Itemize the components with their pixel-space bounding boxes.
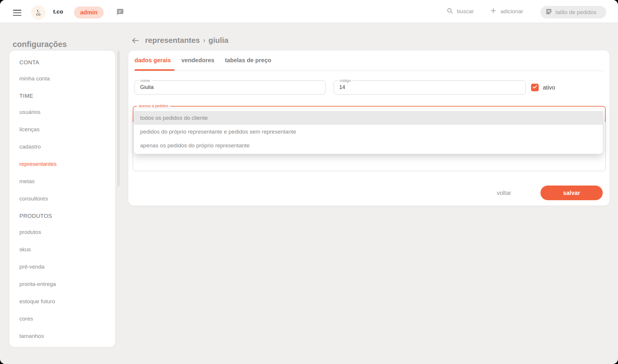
- order-pad-button[interactable]: talão de pedidos: [540, 6, 606, 18]
- code-field-value: 14: [339, 81, 345, 94]
- orders-access-label: acesso a pedidos: [137, 103, 170, 108]
- sidebar-item-produtos[interactable]: produtos: [19, 228, 115, 237]
- breadcrumb-parent[interactable]: representantes: [145, 36, 200, 45]
- brand-avatar[interactable]: t. co: [31, 5, 46, 20]
- chat-icon[interactable]: [116, 8, 124, 16]
- sidebar-item-skus[interactable]: skus: [19, 245, 115, 254]
- tab-tabelas-de-preco[interactable]: tabelas de preço: [225, 57, 271, 64]
- active-checkbox-label: ativo: [543, 84, 555, 91]
- add-button[interactable]: adicionar: [490, 0, 523, 23]
- tab-divider: [135, 70, 603, 71]
- representative-form-card: dados gerais vendedores tabelas de preço…: [128, 50, 609, 205]
- sidebar-item-licencas[interactable]: licenças: [19, 125, 115, 134]
- search-icon: [446, 7, 453, 16]
- code-field[interactable]: código 14: [334, 80, 526, 95]
- plus-icon: [490, 7, 497, 16]
- tab-dados-gerais[interactable]: dados gerais: [135, 57, 171, 64]
- sidebar-section-conta: CONTA: [19, 58, 115, 67]
- sidebar-item-minha-conta[interactable]: minha conta: [19, 74, 115, 83]
- dropdown-option-apenas-proprio[interactable]: apenas os pedidos do próprio representan…: [134, 139, 603, 152]
- breadcrumb-current: giulia: [209, 36, 229, 45]
- add-label: adicionar: [501, 8, 523, 15]
- sidebar-item-cores[interactable]: cores: [19, 314, 115, 323]
- settings-title: configurações: [13, 40, 67, 49]
- sidebar-item-pronta-entrega[interactable]: pronta-entrega: [19, 280, 115, 289]
- dropdown-option-proprio-e-sem[interactable]: pedidos do próprio representante e pedid…: [134, 125, 603, 139]
- back-arrow-icon[interactable]: [131, 36, 140, 45]
- tab-vendedores[interactable]: vendedores: [181, 57, 214, 64]
- role-badge: admin: [74, 6, 104, 18]
- sidebar-item-representantes[interactable]: representantes: [19, 160, 115, 168]
- orders-access-dropdown: todos os pedidos do cliente pedidos do p…: [134, 109, 603, 154]
- sidebar-item-estoque-futuro[interactable]: estoque futuro: [19, 297, 115, 306]
- sidebar-item-metas[interactable]: metas: [19, 177, 115, 186]
- settings-sidebar: CONTA minha conta TIME usuários licenças…: [9, 51, 115, 347]
- name-field[interactable]: nome Giulia: [135, 80, 325, 95]
- brand-avatar-line2: co: [36, 13, 41, 16]
- sidebar-section-produtos: PRODUTOS: [19, 212, 115, 220]
- sidebar-item-consultores[interactable]: consultores: [19, 194, 115, 203]
- sidebar-item-pre-venda[interactable]: pré-venda: [19, 262, 115, 271]
- sidebar-scrollbar[interactable]: [117, 51, 120, 186]
- hamburger-menu-icon[interactable]: [13, 10, 21, 16]
- search-label: buscar: [457, 8, 474, 15]
- active-tab-indicator: [135, 69, 174, 71]
- active-checkbox[interactable]: [531, 84, 539, 91]
- check-icon: [532, 84, 538, 91]
- topbar: t. co t.co admin buscar: [0, 0, 618, 23]
- breadcrumb-separator-icon: ›: [203, 37, 205, 44]
- sidebar-section-time: TIME: [19, 92, 115, 100]
- order-pad-label: talão de pedidos: [555, 9, 596, 16]
- name-field-value: Giulia: [140, 81, 154, 94]
- breadcrumb: representantes › giulia: [131, 36, 229, 45]
- brand-name: t.co: [53, 9, 63, 15]
- dropdown-option-todos[interactable]: todos os pedidos do cliente: [134, 111, 603, 125]
- screen: t. co t.co admin buscar: [0, 0, 618, 364]
- sidebar-item-usuarios[interactable]: usuários: [19, 108, 115, 117]
- back-button[interactable]: voltar: [488, 186, 520, 199]
- save-button[interactable]: salvar: [540, 186, 603, 200]
- app-window: t. co t.co admin buscar: [0, 0, 618, 364]
- search-button[interactable]: buscar: [446, 0, 474, 23]
- sidebar-item-cadastro[interactable]: cadastro: [19, 142, 115, 151]
- notepad-icon: [545, 8, 552, 16]
- tab-bar: dados gerais vendedores tabelas de preço: [135, 57, 271, 64]
- sidebar-item-tamanhos[interactable]: tamanhos: [19, 332, 115, 341]
